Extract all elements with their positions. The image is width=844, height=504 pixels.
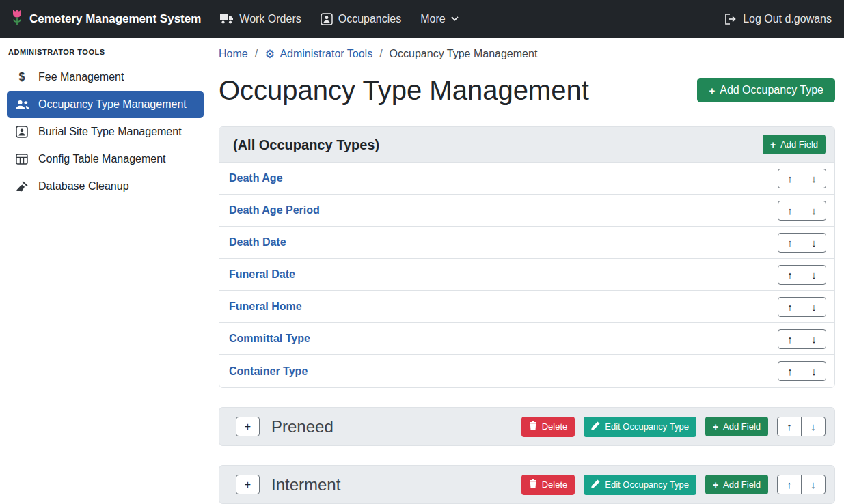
field-name-link[interactable]: Container Type bbox=[229, 365, 308, 378]
chevron-down-icon bbox=[451, 16, 459, 21]
page-title: Occupancy Type Management bbox=[219, 72, 589, 109]
move-down-button[interactable]: ↓ bbox=[802, 201, 826, 221]
section-title: Preneed bbox=[271, 417, 333, 436]
sidebar-item-config-table-management[interactable]: Config Table Management bbox=[7, 145, 204, 173]
breadcrumb-separator: / bbox=[255, 46, 258, 62]
move-up-button[interactable]: ↑ bbox=[778, 297, 802, 317]
section-left: + Preneed bbox=[236, 417, 333, 436]
breadcrumb-admin-tools-link[interactable]: ⚙ Administrator Tools bbox=[264, 46, 372, 62]
sidebar-item-burial-site-type-management[interactable]: Burial Site Type Management bbox=[7, 118, 204, 145]
dollar-icon: $ bbox=[14, 71, 29, 83]
reorder-button-group: ↑ ↓ bbox=[778, 265, 826, 285]
move-up-button[interactable]: ↑ bbox=[778, 361, 802, 381]
breadcrumb-separator: / bbox=[379, 46, 382, 62]
section-left: + Interment bbox=[236, 475, 340, 494]
move-up-button[interactable]: ↑ bbox=[778, 329, 802, 349]
breadcrumb-home-link[interactable]: Home bbox=[219, 46, 248, 62]
field-name-link[interactable]: Death Age bbox=[229, 172, 283, 184]
plus-icon: + bbox=[770, 140, 776, 150]
field-row: Committal Type ↑ ↓ bbox=[219, 323, 834, 355]
reorder-button-group: ↑ ↓ bbox=[778, 297, 826, 317]
nav-occupancies[interactable]: Occupancies bbox=[311, 13, 411, 25]
move-down-button[interactable]: ↓ bbox=[802, 329, 826, 349]
edit-occupancy-type-button[interactable]: Edit Occupancy Type bbox=[584, 475, 696, 495]
breadcrumb-current: Occupancy Type Management bbox=[390, 46, 538, 62]
expand-button[interactable]: + bbox=[236, 475, 260, 494]
sidebar: ADMINISTRATOR TOOLS $ Fee Management Occ… bbox=[0, 38, 210, 504]
trash-icon bbox=[529, 479, 537, 490]
pencil-icon bbox=[591, 421, 600, 432]
truck-icon bbox=[220, 14, 234, 24]
field-name-link[interactable]: Funeral Home bbox=[229, 300, 302, 313]
person-badge-icon bbox=[14, 126, 29, 138]
users-icon bbox=[14, 100, 29, 110]
field-name-link[interactable]: Committal Type bbox=[229, 333, 310, 345]
nav-work-orders[interactable]: Work Orders bbox=[210, 13, 310, 25]
add-field-button[interactable]: + Add Field bbox=[705, 475, 768, 494]
reorder-button-group: ↑ ↓ bbox=[778, 361, 826, 381]
move-down-button[interactable]: ↓ bbox=[802, 233, 826, 253]
pencil-icon bbox=[591, 479, 600, 490]
delete-button[interactable]: Delete bbox=[521, 417, 575, 437]
move-up-button[interactable]: ↑ bbox=[778, 201, 802, 221]
section-interment: + Interment Delete bbox=[219, 465, 835, 504]
move-down-button[interactable]: ↓ bbox=[802, 297, 826, 317]
sidebar-item-database-cleanup[interactable]: Database Cleanup bbox=[7, 173, 204, 200]
logout-link[interactable]: Log Out d.gowans bbox=[715, 13, 833, 25]
breadcrumb: Home / ⚙ Administrator Tools / Occupancy… bbox=[219, 46, 835, 62]
sidebar-item-label: Database Cleanup bbox=[38, 180, 129, 193]
sidebar-item-label: Burial Site Type Management bbox=[38, 126, 182, 138]
add-field-label: Add Field bbox=[723, 421, 761, 432]
nav-more[interactable]: More bbox=[411, 13, 467, 25]
plus-icon: + bbox=[713, 422, 718, 432]
move-down-button[interactable]: ↓ bbox=[802, 169, 826, 188]
sidebar-item-fee-management[interactable]: $ Fee Management bbox=[7, 64, 204, 91]
field-row: Death Age Period ↑ ↓ bbox=[219, 195, 834, 227]
delete-button[interactable]: Delete bbox=[521, 475, 575, 495]
field-row: Funeral Date ↑ ↓ bbox=[219, 259, 834, 291]
delete-label: Delete bbox=[542, 421, 568, 432]
card-header: (All Occupancy Types) + Add Field bbox=[219, 127, 834, 163]
reorder-button-group: ↑ ↓ bbox=[778, 233, 826, 253]
sidebar-header: ADMINISTRATOR TOOLS bbox=[0, 42, 210, 64]
field-name-link[interactable]: Funeral Date bbox=[229, 268, 295, 281]
field-name-link[interactable]: Death Date bbox=[229, 236, 286, 249]
move-down-button[interactable]: ↓ bbox=[802, 265, 826, 285]
move-down-button[interactable]: ↓ bbox=[801, 417, 826, 436]
field-name-link[interactable]: Death Age Period bbox=[229, 204, 320, 216]
sidebar-item-occupancy-type-management[interactable]: Occupancy Type Management bbox=[7, 91, 204, 118]
section-actions: Delete Edit Occupancy Type + Add Field ↑ bbox=[521, 475, 826, 495]
navbar-left: Cemetery Management System Work Orders bbox=[11, 9, 468, 29]
card-title: (All Occupancy Types) bbox=[233, 135, 379, 154]
expand-button[interactable]: + bbox=[236, 417, 260, 436]
section-title: Interment bbox=[271, 475, 340, 494]
plus-icon: + bbox=[713, 480, 718, 490]
add-field-label: Add Field bbox=[780, 139, 818, 150]
move-down-button[interactable]: ↓ bbox=[802, 361, 826, 381]
move-up-button[interactable]: ↑ bbox=[778, 265, 802, 285]
move-up-button[interactable]: ↑ bbox=[777, 417, 802, 436]
plus-icon: + bbox=[709, 85, 715, 96]
field-row: Funeral Home ↑ ↓ bbox=[219, 291, 834, 323]
logout-icon bbox=[724, 14, 737, 25]
person-badge-icon bbox=[321, 13, 333, 25]
move-up-button[interactable]: ↑ bbox=[777, 475, 802, 494]
nav-work-orders-label: Work Orders bbox=[239, 13, 301, 25]
edit-occupancy-type-button[interactable]: Edit Occupancy Type bbox=[584, 417, 696, 437]
app-body: ADMINISTRATOR TOOLS $ Fee Management Occ… bbox=[0, 38, 844, 504]
move-down-button[interactable]: ↓ bbox=[801, 475, 826, 494]
reorder-button-group: ↑ ↓ bbox=[778, 169, 826, 188]
add-field-button[interactable]: + Add Field bbox=[705, 417, 768, 436]
delete-label: Delete bbox=[542, 479, 568, 490]
brand-link[interactable]: Cemetery Management System bbox=[11, 9, 201, 29]
edit-occupancy-type-label: Edit Occupancy Type bbox=[605, 479, 689, 490]
nav-occupancies-label: Occupancies bbox=[338, 13, 402, 25]
field-row: Container Type ↑ ↓ bbox=[219, 355, 834, 387]
move-up-button[interactable]: ↑ bbox=[778, 233, 802, 253]
add-occupancy-type-button[interactable]: + Add Occupancy Type bbox=[697, 78, 835, 102]
add-field-button[interactable]: + Add Field bbox=[763, 135, 826, 154]
reorder-button-group: ↑ ↓ bbox=[778, 201, 826, 221]
field-row: Death Age ↑ ↓ bbox=[219, 163, 834, 195]
section-preneed: + Preneed Delete bbox=[219, 407, 835, 446]
move-up-button[interactable]: ↑ bbox=[778, 169, 802, 188]
